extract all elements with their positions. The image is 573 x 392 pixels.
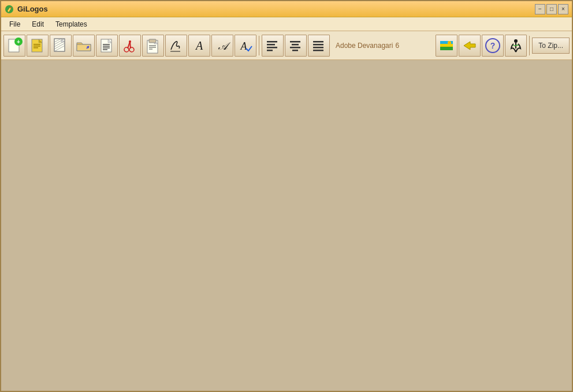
restore-button[interactable]: □ (546, 4, 557, 14)
striped-doc-button[interactable] (50, 35, 72, 57)
svg-text:+: + (17, 39, 20, 45)
svg-rect-37 (267, 41, 277, 43)
paste-button[interactable] (142, 35, 164, 57)
flag-button[interactable] (436, 35, 457, 57)
toolbar-sep-2 (529, 36, 530, 55)
text-a-button[interactable]: A (188, 35, 210, 57)
svg-rect-44 (292, 50, 298, 51)
text-a2-button[interactable]: 𝒜 (211, 35, 233, 57)
title-bar-left: GiLogos (5, 5, 48, 14)
svg-rect-6 (34, 46, 40, 47)
svg-rect-39 (267, 47, 277, 48)
toolbar-sep-1 (259, 36, 259, 55)
svg-rect-52 (440, 47, 453, 50)
toolbar: + (1, 31, 572, 60)
svg-rect-43 (290, 47, 300, 48)
window-controls: − □ × (535, 4, 568, 14)
svg-rect-46 (313, 44, 323, 46)
help-button[interactable]: ? (482, 35, 504, 57)
svg-rect-47 (313, 47, 323, 48)
font-name: Adobe Devanagari (336, 42, 393, 50)
open-folder-button[interactable] (73, 35, 95, 57)
new-button[interactable]: + (3, 35, 25, 57)
main-window: GiLogos − □ × File Edit Templates + (0, 0, 573, 392)
svg-rect-48 (313, 50, 323, 51)
align-center-button[interactable] (285, 35, 307, 57)
text-a-check-button[interactable]: A (235, 35, 256, 57)
menu-edit[interactable]: Edit (26, 18, 50, 30)
menu-templates[interactable]: Templates (50, 18, 93, 30)
pen-button[interactable] (165, 35, 187, 57)
svg-rect-5 (34, 44, 40, 45)
main-canvas (1, 60, 572, 391)
minimize-button[interactable]: − (535, 4, 545, 14)
svg-rect-45 (313, 41, 323, 43)
svg-text:𝒜: 𝒜 (218, 40, 231, 52)
font-size: 6 (395, 42, 399, 50)
arrow-left-button[interactable] (459, 35, 481, 57)
svg-rect-42 (292, 44, 299, 46)
close-button[interactable]: × (558, 4, 568, 14)
svg-marker-55 (464, 42, 475, 50)
tool-button[interactable] (505, 35, 527, 57)
app-title: GiLogos (17, 5, 48, 13)
svg-point-54 (448, 42, 451, 44)
menu-bar: File Edit Templates (1, 17, 572, 31)
cut-button[interactable] (119, 35, 141, 57)
align-left-button[interactable] (262, 35, 284, 57)
svg-rect-38 (267, 44, 275, 46)
lines-doc-button[interactable] (96, 35, 118, 57)
svg-rect-7 (34, 47, 38, 48)
svg-rect-29 (149, 39, 156, 43)
svg-text:A: A (195, 39, 203, 52)
yellow-doc-button[interactable] (27, 35, 49, 57)
svg-rect-51 (440, 44, 453, 47)
svg-point-58 (514, 39, 518, 43)
app-icon (5, 5, 14, 14)
svg-rect-41 (290, 41, 300, 43)
title-bar: GiLogos − □ × (1, 1, 572, 17)
svg-text:A: A (240, 40, 248, 52)
align-justify-button[interactable] (308, 35, 330, 57)
svg-rect-40 (267, 50, 273, 51)
right-toolbar: ? To Zip... (436, 35, 570, 57)
font-area: Adobe Devanagari 6 (331, 42, 434, 50)
svg-text:?: ? (490, 41, 496, 50)
zip-button[interactable]: To Zip... (532, 38, 570, 54)
menu-file[interactable]: File (3, 18, 26, 30)
svg-point-27 (129, 40, 131, 43)
